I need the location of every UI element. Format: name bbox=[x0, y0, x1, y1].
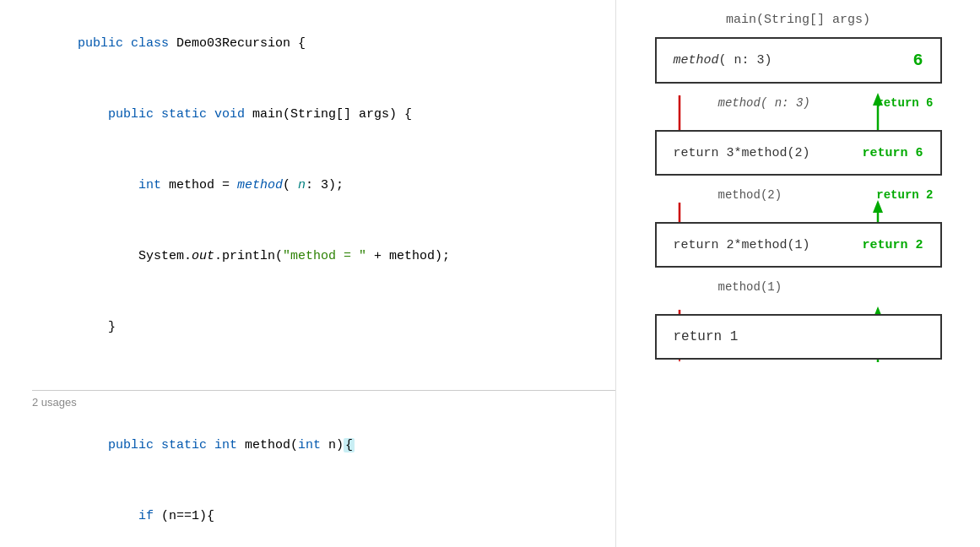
code-line-4: System.out.println("method = " + method)… bbox=[0, 221, 615, 292]
frame-bottom-content: return 1 bbox=[657, 316, 940, 358]
diagram-panel: main(String[] args) method( n: 3) bbox=[616, 0, 980, 547]
svg-marker-3 bbox=[873, 93, 883, 106]
frame-bottom-text: return 1 bbox=[674, 329, 739, 344]
svg-marker-7 bbox=[873, 200, 883, 213]
code-line-blank bbox=[0, 363, 615, 387]
usage-hint: 2 usages bbox=[0, 394, 615, 410]
class-name: Demo03Recursion bbox=[176, 36, 298, 51]
frame-third-return: return 2 bbox=[862, 238, 923, 252]
frame-top-value: 6 bbox=[912, 51, 923, 70]
frame-top: method( n: 3) 6 bbox=[655, 37, 942, 84]
code-line-7: public static int method(int n){ bbox=[0, 410, 615, 481]
frame-second-content: return 3*method(2) return 6 bbox=[657, 132, 940, 174]
diagram-title: main(String[] args) bbox=[633, 13, 963, 27]
frame-third: return 2*method(1) return 2 bbox=[655, 222, 942, 268]
code-text: int method = method( n: 3); bbox=[32, 150, 609, 221]
code-line-2: public static void main(String[] args) { bbox=[0, 79, 615, 150]
code-line-5: } bbox=[0, 292, 615, 363]
code-text: if (n==1){ bbox=[32, 481, 609, 547]
frame-second: return 3*method(2) return 6 bbox=[655, 130, 942, 176]
code-text: public class Demo03Recursion { bbox=[32, 8, 609, 79]
frame-third-content: return 2*method(1) return 2 bbox=[657, 224, 940, 266]
frame-second-return: return 6 bbox=[862, 146, 923, 160]
arrows-svg bbox=[633, 38, 962, 528]
code-text: public static void main(String[] args) { bbox=[32, 79, 609, 150]
frame-top-text: method( n: 3) bbox=[674, 53, 772, 68]
code-panel: public class Demo03Recursion { public st… bbox=[0, 0, 616, 547]
code-line-1: public class Demo03Recursion { bbox=[0, 8, 615, 79]
frame-top-content: method( n: 3) 6 bbox=[657, 39, 940, 82]
keyword-public: public bbox=[78, 36, 131, 51]
code-text: public static int method(int n){ bbox=[32, 410, 609, 481]
code-text: System.out.println("method = " + method)… bbox=[32, 221, 609, 292]
code-line-8: if (n==1){ bbox=[0, 481, 615, 547]
frame-third-text: return 2*method(1) bbox=[674, 238, 810, 252]
frame-bottom: return 1 bbox=[655, 314, 942, 360]
code-line-3: int method = method( n: 3); bbox=[0, 150, 615, 221]
divider bbox=[32, 390, 615, 391]
keyword-class: class bbox=[131, 36, 176, 51]
code-text: } bbox=[32, 292, 609, 363]
frame-second-text: return 3*method(2) bbox=[674, 146, 810, 160]
